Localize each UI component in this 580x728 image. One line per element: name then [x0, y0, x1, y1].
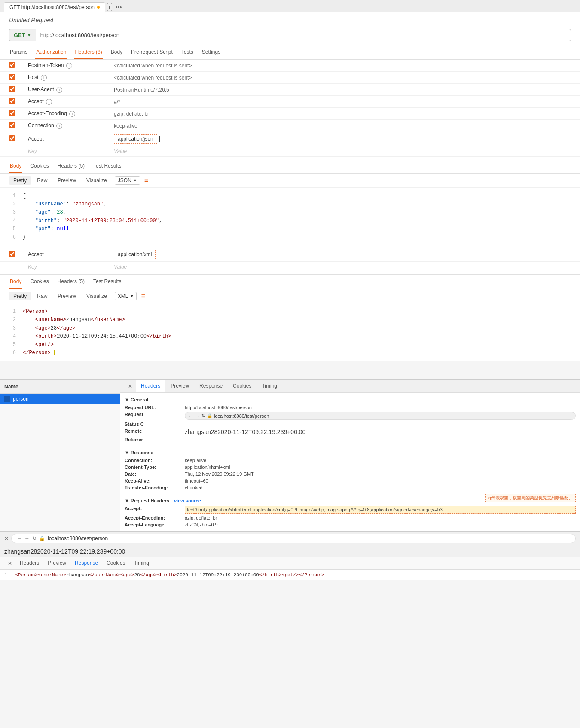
fmt-pretty-1[interactable]: Pretty — [9, 176, 31, 185]
devtools-tab-preview[interactable]: Preview — [165, 380, 194, 392]
bottom-reload-icon[interactable]: ↻ — [32, 535, 37, 541]
cursor-xml — [54, 350, 55, 355]
lock-icon: 🔒 — [207, 413, 212, 418]
tab-body-2[interactable]: Body — [9, 275, 22, 289]
bottom-tab-cookies[interactable]: Cookies — [102, 557, 129, 569]
table-row: Accept i #/* — [0, 96, 580, 108]
back-icon[interactable]: ← — [189, 413, 193, 419]
tab-body[interactable]: Body — [110, 46, 123, 59]
new-tab-button[interactable]: + — [107, 3, 112, 11]
header-checkbox-4[interactable] — [9, 98, 15, 104]
response-tabs-1: Body Cookies Headers (5) Test Results — [0, 159, 580, 174]
fmt-preview-1[interactable]: Preview — [53, 176, 80, 185]
header-checkbox-xml[interactable] — [9, 251, 15, 257]
general-request-url: http://localhost:8080/test/person — [185, 405, 576, 410]
tab-body-1[interactable]: Body — [9, 159, 22, 173]
second-accept-table: Accept application/xml Key Value — [0, 248, 580, 272]
format-select-1[interactable]: JSON ▼ — [115, 176, 140, 185]
fmt-visualize-2[interactable]: Visualize — [82, 292, 111, 300]
tab-settings[interactable]: Settings — [201, 46, 221, 59]
devtools-person-item[interactable]: person — [0, 394, 120, 404]
wrap-icon-1[interactable]: ≡ — [144, 177, 148, 184]
format-select-2[interactable]: XML ▼ — [115, 292, 137, 300]
wrap-icon-2[interactable]: ≡ — [141, 292, 145, 300]
bottom-back-icon[interactable]: ← — [17, 535, 22, 541]
method-chevron-icon: ▼ — [27, 33, 31, 37]
header-checkbox-6[interactable] — [9, 122, 15, 128]
tab-cookies-2[interactable]: Cookies — [29, 275, 49, 289]
devtools-tab-timing[interactable]: Timing — [256, 380, 282, 392]
unsaved-dot — [97, 6, 100, 9]
tab-test-results-1[interactable]: Test Results — [92, 159, 122, 173]
bottom-tab-headers[interactable]: Headers — [15, 557, 43, 569]
response-section-2: Body Cookies Headers (5) Test Results Pr… — [0, 274, 580, 361]
postman-app: GET http://localhost:8080/test/person + … — [0, 0, 580, 379]
bottom-url-text: localhost:8080/test/person — [48, 535, 108, 541]
devtools-name-header: Name — [0, 380, 120, 394]
header-checkbox-5[interactable] — [9, 110, 15, 116]
format-chevron-icon: ▼ — [133, 178, 137, 183]
tab-headers[interactable]: Headers (8) — [74, 46, 103, 59]
devtools-item-icon — [4, 396, 10, 402]
view-source-link[interactable]: view source — [174, 498, 201, 503]
json-code-block: 1{ 2 "userName": "zhangsan", 3 "age": 28… — [0, 188, 580, 246]
chevron-response-icon: ▼ — [125, 450, 129, 455]
info-icon-1: i — [66, 63, 72, 69]
fmt-visualize-1[interactable]: Visualize — [82, 176, 111, 185]
tab-bar: GET http://localhost:8080/test/person + … — [0, 0, 580, 12]
fmt-preview-2[interactable]: Preview — [53, 292, 80, 300]
header-checkbox-7[interactable] — [9, 135, 15, 141]
bottom-close-icon[interactable]: ✕ — [4, 535, 9, 541]
tab-headers-count-1[interactable]: Headers (5) — [57, 159, 85, 173]
table-row: Connection i keep-alive — [0, 120, 580, 132]
accept-header-highlighted: text/html,application/xhtml+xml,applicat… — [185, 506, 576, 514]
bottom-browser-section: ✕ ← → ↻ 🔒 localhost:8080/test/person zha… — [0, 531, 580, 580]
header-checkbox-1[interactable] — [9, 62, 15, 68]
more-options-icon[interactable]: ••• — [116, 4, 122, 11]
tab-label: GET http://localhost:8080/test/person — [9, 4, 95, 10]
table-row: Accept application/xml — [0, 248, 580, 262]
fmt-raw-1[interactable]: Raw — [33, 176, 52, 185]
general-remote-value: zhangsan282020-11-12T09:22:19.239+00:00 — [185, 428, 576, 435]
headers-table: Postman-Token i <calculated when request… — [0, 60, 580, 157]
bottom-tabs-close[interactable]: ✕ — [4, 558, 15, 569]
reload-icon[interactable]: ↻ — [201, 413, 205, 419]
bottom-tab-response[interactable]: Response — [70, 557, 102, 569]
bottom-url-bar[interactable]: ← → ↻ 🔒 localhost:8080/test/person — [11, 534, 576, 543]
tab-prerequest[interactable]: Pre-request Script — [130, 46, 174, 59]
tab-authorization[interactable]: Authorization — [35, 46, 67, 59]
bottom-lock-icon: 🔒 — [39, 536, 45, 541]
bottom-tab-timing[interactable]: Timing — [129, 557, 153, 569]
tab-headers-count-2[interactable]: Headers (5) — [57, 275, 85, 289]
header-checkbox-2[interactable] — [9, 74, 15, 80]
tab-tests[interactable]: Tests — [180, 46, 194, 59]
fmt-pretty-2[interactable]: Pretty — [9, 292, 31, 300]
tab-cookies-1[interactable]: Cookies — [29, 159, 49, 173]
general-section: ▼ General Request URL: http://localhost:… — [120, 393, 580, 446]
devtools-tab-headers[interactable]: Headers — [136, 380, 165, 392]
devtools-tab-cookies[interactable]: Cookies — [228, 380, 256, 392]
bottom-tab-preview[interactable]: Preview — [43, 557, 70, 569]
bottom-xml-output: 1 <Person><userName>zhangsan</userName><… — [0, 570, 580, 580]
url-input[interactable] — [36, 29, 571, 41]
header-checkbox-3[interactable] — [9, 86, 15, 92]
tab-params[interactable]: Params — [9, 46, 28, 59]
method-select[interactable]: GET ▼ — [9, 29, 36, 41]
tab-test-results-2[interactable]: Test Results — [92, 275, 122, 289]
chevron-req-headers-icon: ▼ — [125, 498, 129, 503]
bottom-forward-icon[interactable]: → — [24, 535, 30, 541]
url-bar-text: localhost:8080/test/person — [214, 413, 269, 419]
info-icon-5: i — [69, 111, 75, 117]
devtools-tabs: ✕ Headers Preview Response Cookies Timin… — [120, 380, 580, 393]
forward-icon[interactable]: → — [195, 413, 200, 419]
annotation-label: q代表权重，权重高的类型优先去列断匹配。 — [485, 494, 576, 502]
fmt-raw-2[interactable]: Raw — [33, 292, 52, 300]
inline-url-bar: ← → ↻ 🔒 localhost:8080/test/person — [185, 412, 576, 420]
method-label: GET — [14, 32, 25, 38]
request-tab[interactable]: GET http://localhost:8080/test/person — [4, 2, 105, 12]
table-row: Postman-Token i <calculated when request… — [0, 60, 580, 72]
request-headers-section: ▼ Request Headers view source q代表权重，权重高的… — [120, 494, 580, 531]
info-icon-4: i — [46, 99, 52, 105]
devtools-tab-response[interactable]: Response — [194, 380, 228, 392]
devtools-close-btn[interactable]: ✕ — [125, 381, 136, 392]
